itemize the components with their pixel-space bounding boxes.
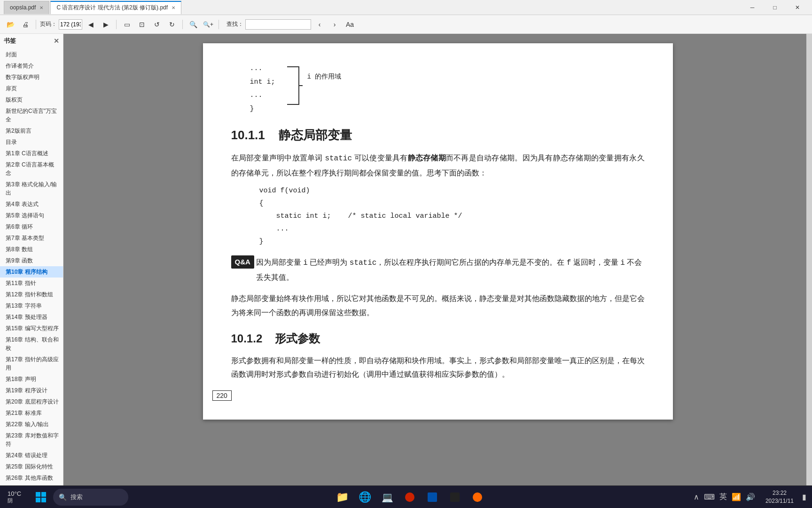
pdf-scrollbar[interactable] xyxy=(806,34,812,485)
sidebar-item-22[interactable]: 第15章 编写大型程序 xyxy=(0,323,63,334)
section-title-1011: 静态局部变量 xyxy=(279,128,352,142)
sidebar-item-13[interactable]: 第6章 循环 xyxy=(0,221,63,232)
sidebar-item-17[interactable]: 第10章 程序结构 xyxy=(0,266,63,278)
page-prev-button[interactable]: ◀ xyxy=(84,18,97,31)
tray-speaker-icon[interactable]: 🔊 xyxy=(744,492,757,501)
sidebar-item-25[interactable]: 第18章 声明 xyxy=(0,373,63,385)
rotate-cw-button[interactable]: ↻ xyxy=(165,18,179,31)
sidebar-item-2[interactable]: 数字版权声明 xyxy=(0,71,63,83)
tray-wifi-icon[interactable]: 📶 xyxy=(730,492,743,501)
sidebar-item-3[interactable]: 扉页 xyxy=(0,83,63,94)
tab-oopsla[interactable]: oopsla.pdf ✕ xyxy=(4,1,49,14)
sidebar-item-32[interactable]: 第25章 国际化特性 xyxy=(0,461,63,472)
taskbar-right: ∧ ⌨ 英 📶 🔊 23:22 2023/11/11 ▮ xyxy=(692,489,808,505)
show-desktop-button[interactable]: ▮ xyxy=(800,492,808,501)
tray-arrow-icon[interactable]: ∧ xyxy=(692,492,701,501)
sidebar-item-18[interactable]: 第11章 指针 xyxy=(0,278,63,289)
taskbar-app-dark[interactable] xyxy=(445,487,465,508)
tab-oopsla-close[interactable]: ✕ xyxy=(39,5,43,10)
sidebar-item-9[interactable]: 第2章 C语言基本概念 xyxy=(0,159,63,179)
taskbar-clock[interactable]: 23:22 2023/11/11 xyxy=(762,489,797,505)
sidebar-close-button[interactable]: ✕ xyxy=(54,37,59,45)
taskbar-app-explorer[interactable]: 📁 xyxy=(332,487,352,508)
tab-c-lang[interactable]: C 语言程序设计 现代方法 (第2版 修订版).pdf ✕ xyxy=(50,1,181,14)
sidebar-item-15[interactable]: 第8章 数组 xyxy=(0,244,63,255)
section-title-1012: 形式参数 xyxy=(275,332,320,345)
sidebar-item-31[interactable]: 第24章 错误处理 xyxy=(0,450,63,461)
sidebar-item-21[interactable]: 第14章 预处理器 xyxy=(0,311,63,323)
svg-rect-2 xyxy=(41,492,46,497)
title-bar: oopsla.pdf ✕ C 语言程序设计 现代方法 (第2版 修订版).pdf… xyxy=(0,0,812,15)
tray-lang-icon[interactable]: 英 xyxy=(718,492,729,502)
windows-icon xyxy=(35,492,47,503)
code-bracket-diagram: ... int i; ... } i 的作用域 xyxy=(250,62,645,116)
sidebar-item-16[interactable]: 第9章 函数 xyxy=(0,255,63,266)
sidebar-item-19[interactable]: 第12章 指针和数组 xyxy=(0,289,63,300)
tab-c-lang-close[interactable]: ✕ xyxy=(172,5,175,10)
snapshot-button[interactable]: ⊡ xyxy=(135,18,148,31)
sidebar-item-1[interactable]: 作译者简介 xyxy=(0,60,63,71)
code-dots-line: ... xyxy=(259,222,645,235)
sidebar-item-20[interactable]: 第13章 字符串 xyxy=(0,300,63,311)
sidebar-item-14[interactable]: 第7章 基本类型 xyxy=(0,232,63,244)
sidebar-item-7[interactable]: 目录 xyxy=(0,136,63,148)
zoom-out-button[interactable]: 🔍 xyxy=(187,18,200,31)
inline-code-f: f xyxy=(567,259,571,267)
taskbar-app-edge[interactable]: 🌐 xyxy=(354,487,375,508)
aa-button[interactable]: Aa xyxy=(343,19,357,30)
weather-widget[interactable]: 10°C 阴 xyxy=(4,490,25,504)
sidebar-item-27[interactable]: 第20章 底层程序设计 xyxy=(0,396,63,407)
inline-code-static2: static xyxy=(350,259,377,267)
sidebar-item-6[interactable]: 第2版前言 xyxy=(0,125,63,136)
close-button[interactable]: ✕ xyxy=(787,0,808,15)
sidebar-item-28[interactable]: 第21章 标准库 xyxy=(0,407,63,419)
sidebar-item-33[interactable]: 第26章 其他库函数 xyxy=(0,472,63,484)
svg-rect-4 xyxy=(41,498,46,502)
open-button[interactable]: 📂 xyxy=(4,18,17,31)
maximize-button[interactable]: □ xyxy=(764,0,786,15)
sidebar-item-5[interactable]: 新世纪的C语言"万宝全 xyxy=(0,105,63,125)
sidebar-item-30[interactable]: 第23章 库对数值和字符 xyxy=(0,430,63,450)
taskbar-search[interactable]: 🔍 搜索 xyxy=(53,489,128,506)
sidebar-item-0[interactable]: 封面 xyxy=(0,49,63,60)
minimize-button[interactable]: ─ xyxy=(742,0,763,15)
page-input[interactable] xyxy=(59,19,82,30)
paragraph-3: 形式参数拥有和局部变量一样的性质，即自动存储期和块作用域。事实上，形式参数和局部… xyxy=(231,354,645,381)
sidebar-item-10[interactable]: 第3章 格式化输入/输出 xyxy=(0,179,63,198)
taskbar-app-orange[interactable] xyxy=(467,487,488,508)
taskbar-app-vscode[interactable]: 💻 xyxy=(377,487,398,508)
start-button[interactable] xyxy=(31,487,51,508)
weather-condition: 阴 xyxy=(8,497,13,504)
sidebar-item-12[interactable]: 第5章 选择语句 xyxy=(0,210,63,221)
pdf-page: ... int i; ... } i 的作用域 10.1.1 静态局部变量 xyxy=(203,43,673,420)
sidebar-item-4[interactable]: 版权页 xyxy=(0,94,63,105)
toolbar-separator-2 xyxy=(116,20,117,29)
main-area: 书签 ✕ 封面作译者简介数字版权声明扉页版权页新世纪的C语言"万宝全第2版前言目… xyxy=(0,34,812,485)
svg-rect-1 xyxy=(36,492,40,497)
sidebar: 书签 ✕ 封面作译者简介数字版权声明扉页版权页新世纪的C语言"万宝全第2版前言目… xyxy=(0,34,63,485)
qa-block: Q&A 因为局部变量 i 已经声明为 static，所以在程序执行期间它所占据的… xyxy=(231,255,645,284)
rotate-ccw-button[interactable]: ↺ xyxy=(150,18,164,31)
sidebar-item-8[interactable]: 第1章 C语言概述 xyxy=(0,148,63,159)
sidebar-item-23[interactable]: 第16章 结构、联合和枚 xyxy=(0,334,63,354)
sidebar-item-29[interactable]: 第22章 输入/输出 xyxy=(0,419,63,430)
search-prev-button[interactable]: ‹ xyxy=(313,18,326,31)
search-next-button[interactable]: › xyxy=(328,18,341,31)
taskbar-app-blue[interactable] xyxy=(422,487,443,508)
print-button[interactable]: 🖨 xyxy=(19,18,32,31)
page-next-button[interactable]: ▶ xyxy=(99,18,112,31)
toolbar: 📂 🖨 页码： ◀ ▶ ▭ ⊡ ↺ ↻ 🔍 🔍+ 查找： ‹ › Aa xyxy=(0,15,812,34)
sidebar-item-26[interactable]: 第19章 程序设计 xyxy=(0,385,63,396)
pdf-area[interactable]: ... int i; ... } i 的作用域 10.1.1 静态局部变量 xyxy=(63,34,812,485)
tray-keyboard-icon[interactable]: ⌨ xyxy=(702,492,717,501)
sidebar-item-11[interactable]: 第4章 表达式 xyxy=(0,198,63,210)
code-line-int: int i; xyxy=(250,76,275,89)
zoom-in-button[interactable]: 🔍+ xyxy=(202,18,215,31)
search-input[interactable] xyxy=(245,19,311,30)
taskbar-app-red[interactable] xyxy=(399,487,420,508)
svg-rect-7 xyxy=(450,492,460,502)
rect-select-button[interactable]: ▭ xyxy=(120,18,133,31)
weather-temp: 10°C xyxy=(8,490,21,497)
sidebar-item-24[interactable]: 第17章 指针的高级应用 xyxy=(0,354,63,373)
bracket-label: i 的作用域 xyxy=(307,72,342,81)
